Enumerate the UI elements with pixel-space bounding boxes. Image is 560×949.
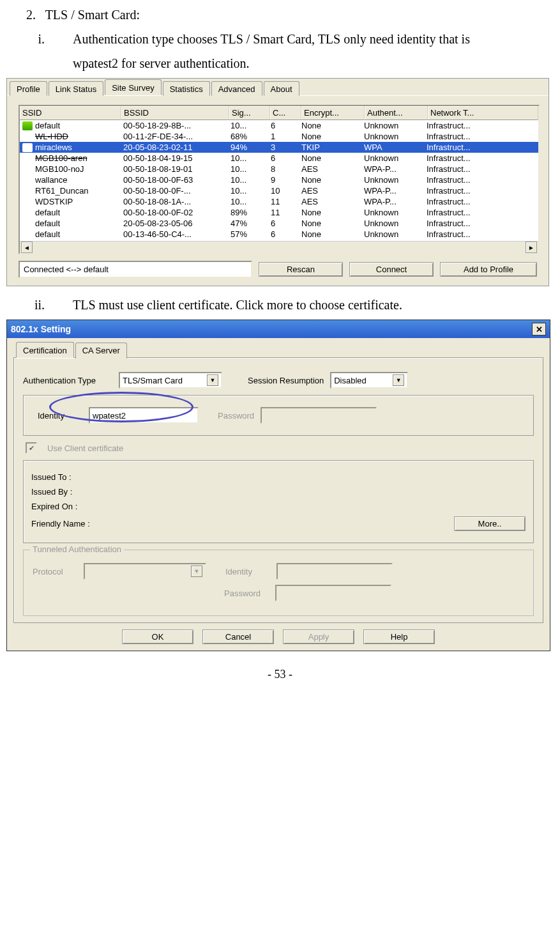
network-row[interactable]: default20-05-08-23-05-0647%6NoneUnknownI… [20, 218, 538, 229]
cell: 10... [228, 185, 268, 196]
network-row[interactable]: MGB100-aren00-50-18-04-19-1510...6NoneUn… [20, 153, 538, 164]
network-listview[interactable]: SSIDBSSIDSig...C...Encrypt...Authent...N… [19, 105, 540, 254]
identity-label: Identity [38, 411, 82, 420]
cell: AES [299, 185, 361, 196]
cell: 10... [228, 164, 268, 174]
network-row[interactable]: WL-HDD00-11-2F-DE-34-...68%1NoneUnknownI… [20, 131, 538, 142]
cell: 1 [268, 131, 299, 142]
roman-i: i. [26, 27, 45, 51]
password-label: Password [218, 411, 254, 420]
network-row[interactable]: WDSTKIP00-50-18-08-1A-...10...11AESWPA-P… [20, 196, 538, 207]
cancel-button[interactable]: Cancel [202, 629, 274, 644]
cell: 10... [228, 153, 268, 164]
network-row[interactable]: default00-50-18-29-8B-...10...6NoneUnkno… [20, 120, 538, 131]
cell: WPA [361, 142, 424, 153]
help-button[interactable]: Help [363, 629, 435, 644]
cell: Infrastruct... [424, 164, 538, 174]
tab-site-survey[interactable]: Site Survey [105, 79, 161, 95]
network-row[interactable]: miraclews20-05-08-23-02-1194%3TKIPWPAInf… [20, 142, 538, 153]
column-header[interactable]: Network T... [428, 106, 538, 120]
horizontal-scrollbar[interactable]: ◄ ► [20, 241, 538, 253]
rescan-button[interactable]: Rescan [259, 262, 343, 277]
column-header[interactable]: C... [270, 106, 301, 120]
cell: 6 [268, 218, 299, 229]
cell: 68% [228, 131, 268, 142]
scroll-right-icon[interactable]: ► [526, 242, 537, 253]
signal-icon [22, 165, 33, 174]
cell: Infrastruct... [424, 196, 538, 207]
sub-ii-text: TLS must use client certificate. Click m… [73, 293, 402, 317]
signal-icon [22, 154, 33, 163]
cell: WPA-P... [361, 196, 424, 207]
certification-tabpage: Authentication Type TLS/Smart Card ▼ Ses… [13, 357, 543, 623]
more-button[interactable]: More.. [454, 516, 526, 531]
cell: None [299, 131, 361, 142]
cell: 10... [228, 196, 268, 207]
doc-sub-ii: ii. TLS must use client certificate. Cli… [6, 293, 554, 317]
add-to-profile-button[interactable]: Add to Profile [440, 262, 537, 277]
close-icon[interactable]: ✕ [532, 323, 546, 336]
tab-ca-server[interactable]: CA Server [75, 343, 127, 359]
cell: Infrastruct... [424, 153, 538, 164]
cell: WPA-P... [361, 164, 424, 174]
cell: None [299, 229, 361, 240]
cell: 00-11-2F-DE-34-... [121, 131, 228, 142]
column-header[interactable]: BSSID [121, 106, 229, 120]
cell: 57% [228, 229, 268, 240]
signal-icon [22, 197, 33, 206]
connection-status: Connected <--> default [19, 261, 252, 278]
cell: 00-50-18-00-0F-... [121, 185, 228, 196]
tunneled-auth-group: Tunneled Authentication Protocol ▼ Ident… [23, 550, 534, 616]
cell: AES [299, 164, 361, 174]
cell: 00-13-46-50-C4-... [121, 229, 228, 240]
network-row[interactable]: RT61_Duncan00-50-18-00-0F-...10...10AESW… [20, 185, 538, 196]
cell: AES [299, 196, 361, 207]
network-row[interactable]: MGB100-noJ00-50-18-08-19-0110...8AESWPA-… [20, 164, 538, 174]
apply-button: Apply [283, 629, 354, 644]
connect-button[interactable]: Connect [349, 262, 434, 277]
dialog-title: 802.1x Setting [11, 324, 71, 334]
column-header[interactable]: Encrypt... [301, 106, 365, 120]
tab-about[interactable]: About [264, 81, 299, 96]
tab-advanced[interactable]: Advanced [211, 81, 262, 96]
protocol-label: Protocol [33, 567, 77, 576]
cell: 10... [228, 174, 268, 185]
cell: 11 [268, 196, 299, 207]
identity-input[interactable]: wpatest2 [89, 407, 199, 424]
tunneled-auth-legend: Tunneled Authentication [30, 544, 124, 554]
tab-profile[interactable]: Profile [10, 81, 47, 96]
scroll-left-icon[interactable]: ◄ [21, 242, 33, 253]
network-row[interactable]: default00-13-46-50-C4-...57%6NoneUnknown… [20, 229, 538, 240]
column-header[interactable]: SSID [20, 106, 121, 120]
signal-icon [22, 143, 33, 152]
network-row[interactable]: default00-50-18-00-0F-0289%11NoneUnknown… [20, 207, 538, 218]
ssid-text: default [35, 229, 60, 239]
issued-by-label: Issued By : [31, 487, 72, 497]
cell: 00-50-18-08-19-01 [121, 164, 228, 174]
cell: 20-05-08-23-02-11 [121, 142, 228, 153]
tunnel-password-input [275, 585, 391, 601]
use-client-cert-label: Use Client certificate [47, 444, 123, 453]
tunnel-password-label: Password [224, 589, 269, 598]
cell: Unknown [361, 120, 424, 131]
site-survey-window: ProfileLink StatusSite SurveyStatisticsA… [6, 78, 549, 286]
column-header[interactable]: Authent... [365, 106, 428, 120]
cell: Infrastruct... [424, 229, 538, 240]
cell: 3 [268, 142, 299, 153]
tab-link-status[interactable]: Link Status [49, 81, 103, 96]
cell: Infrastruct... [424, 120, 538, 131]
cell: None [299, 153, 361, 164]
tab-statistics[interactable]: Statistics [163, 81, 210, 96]
network-row[interactable]: wallance00-50-18-00-0F-6310...9NoneUnkno… [20, 174, 538, 185]
session-resumption-combo[interactable]: Disabled ▼ [330, 372, 408, 389]
chevron-down-icon[interactable]: ▼ [207, 374, 218, 386]
cell: None [299, 174, 361, 185]
column-header[interactable]: Sig... [229, 106, 270, 120]
cell: 47% [228, 218, 268, 229]
ssid-text: wallance [35, 175, 68, 185]
auth-type-combo[interactable]: TLS/Smart Card ▼ [119, 372, 222, 389]
tab-certification[interactable]: Certification [16, 342, 74, 358]
cell: Unknown [361, 131, 424, 142]
chevron-down-icon[interactable]: ▼ [393, 374, 404, 386]
ok-button[interactable]: OK [122, 629, 193, 644]
